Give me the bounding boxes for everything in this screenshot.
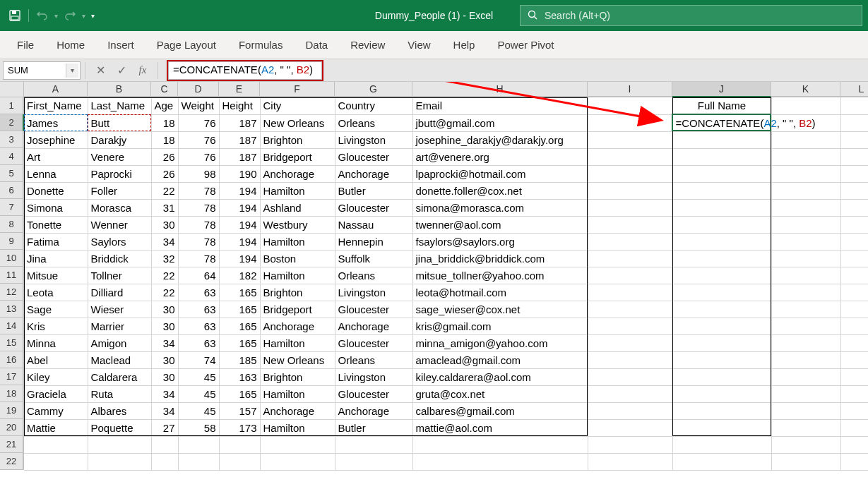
cell[interactable]: [672, 368, 771, 385]
cell[interactable]: [840, 216, 868, 233]
cell[interactable]: [840, 385, 868, 402]
cell[interactable]: Anchorage: [335, 318, 412, 334]
cell[interactable]: 194: [219, 250, 260, 267]
cell[interactable]: [672, 267, 771, 284]
cell[interactable]: Caldarera: [88, 368, 151, 385]
row-header-9[interactable]: 9: [0, 233, 24, 250]
cell[interactable]: lpaprocki@hotmail.com: [412, 165, 588, 182]
cell[interactable]: [840, 131, 868, 148]
row-header-4[interactable]: 4: [0, 148, 24, 165]
cell[interactable]: [260, 436, 335, 453]
insert-function-button[interactable]: fx: [132, 60, 153, 81]
cell[interactable]: [588, 267, 672, 284]
cell[interactable]: 165: [219, 301, 260, 318]
cell[interactable]: Hennepin: [335, 233, 412, 250]
cell[interactable]: minna_amigon@yahoo.com: [412, 334, 588, 351]
cell[interactable]: [771, 318, 840, 334]
cell[interactable]: [88, 453, 151, 470]
cell[interactable]: [840, 453, 868, 470]
row-header-22[interactable]: 22: [0, 453, 24, 470]
cell[interactable]: 58: [178, 419, 219, 436]
cell[interactable]: Maclead: [88, 351, 151, 368]
select-all-corner[interactable]: [0, 82, 24, 97]
cell[interactable]: [771, 97, 840, 114]
tab-data[interactable]: Data: [294, 32, 339, 59]
cell[interactable]: 185: [219, 351, 260, 368]
cell[interactable]: Hamilton: [260, 233, 335, 250]
cell[interactable]: [219, 436, 260, 453]
cell[interactable]: Graciela: [24, 385, 88, 402]
cell[interactable]: [588, 368, 672, 385]
search-box[interactable]: Search (Alt+Q): [520, 5, 862, 26]
cell[interactable]: 18: [151, 114, 178, 131]
cell[interactable]: [672, 402, 771, 419]
save-icon[interactable]: [6, 6, 24, 25]
row-header-8[interactable]: 8: [0, 216, 24, 233]
cell[interactable]: [588, 165, 672, 182]
cell[interactable]: 74: [178, 351, 219, 368]
cell[interactable]: 98: [178, 165, 219, 182]
cell[interactable]: Darakjy: [88, 131, 151, 148]
cell[interactable]: [672, 131, 771, 148]
cell[interactable]: [672, 436, 771, 453]
cell[interactable]: Livingston: [335, 284, 412, 301]
cell[interactable]: 34: [151, 402, 178, 419]
cell[interactable]: [588, 402, 672, 419]
row-header-13[interactable]: 13: [0, 301, 24, 318]
cell[interactable]: [672, 318, 771, 334]
cell[interactable]: Cammy: [24, 402, 88, 419]
cell[interactable]: Bridgeport: [260, 148, 335, 165]
cell[interactable]: sage_wieser@cox.net: [412, 301, 588, 318]
cell[interactable]: [840, 97, 868, 114]
row-header-3[interactable]: 3: [0, 131, 24, 148]
column-header-b[interactable]: B: [88, 82, 151, 97]
cell[interactable]: [771, 453, 840, 470]
cell[interactable]: Brighton: [260, 368, 335, 385]
cell[interactable]: Lenna: [24, 165, 88, 182]
cell[interactable]: Simona: [24, 199, 88, 216]
undo-dropdown-icon[interactable]: ▾: [54, 12, 58, 20]
cell[interactable]: Gloucester: [335, 334, 412, 351]
cell[interactable]: [771, 216, 840, 233]
cell[interactable]: 78: [178, 216, 219, 233]
cell[interactable]: Morasca: [88, 199, 151, 216]
cell[interactable]: [88, 436, 151, 453]
column-header-c[interactable]: C: [151, 82, 178, 97]
cell[interactable]: [260, 453, 335, 470]
cell[interactable]: [151, 453, 178, 470]
column-header-a[interactable]: A: [24, 82, 88, 97]
cell[interactable]: [771, 199, 840, 216]
row-header-7[interactable]: 7: [0, 199, 24, 216]
cell[interactable]: Nassau: [335, 216, 412, 233]
cell[interactable]: [588, 318, 672, 334]
cell[interactable]: Dilliard: [88, 284, 151, 301]
qat-customize-icon[interactable]: ▾: [91, 12, 95, 20]
row-header-2[interactable]: 2: [0, 114, 24, 131]
cell[interactable]: 34: [151, 233, 178, 250]
cell[interactable]: [335, 453, 412, 470]
cell[interactable]: [672, 334, 771, 351]
cell[interactable]: First_Name: [24, 97, 88, 114]
cell[interactable]: [588, 199, 672, 216]
cell[interactable]: Anchorage: [260, 318, 335, 334]
cell[interactable]: amaclead@gmail.com: [412, 351, 588, 368]
cell[interactable]: Butler: [335, 419, 412, 436]
cell[interactable]: [24, 453, 88, 470]
cell[interactable]: 76: [178, 131, 219, 148]
tab-insert[interactable]: Insert: [96, 32, 145, 59]
cell[interactable]: 22: [151, 284, 178, 301]
cell[interactable]: Gloucester: [335, 385, 412, 402]
cell[interactable]: Saylors: [88, 233, 151, 250]
tab-page-layout[interactable]: Page Layout: [145, 32, 227, 59]
cell[interactable]: [771, 334, 840, 351]
cell[interactable]: kris@gmail.com: [412, 318, 588, 334]
row-header-20[interactable]: 20: [0, 419, 24, 436]
cell[interactable]: 78: [178, 250, 219, 267]
cell[interactable]: 31: [151, 199, 178, 216]
cell-grid[interactable]: First_NameLast_NameAgeWeightHeightCityCo…: [24, 97, 868, 471]
column-header-d[interactable]: D: [178, 82, 219, 97]
cell[interactable]: 64: [178, 267, 219, 284]
cell[interactable]: [771, 131, 840, 148]
cell[interactable]: 27: [151, 419, 178, 436]
cell[interactable]: [771, 402, 840, 419]
